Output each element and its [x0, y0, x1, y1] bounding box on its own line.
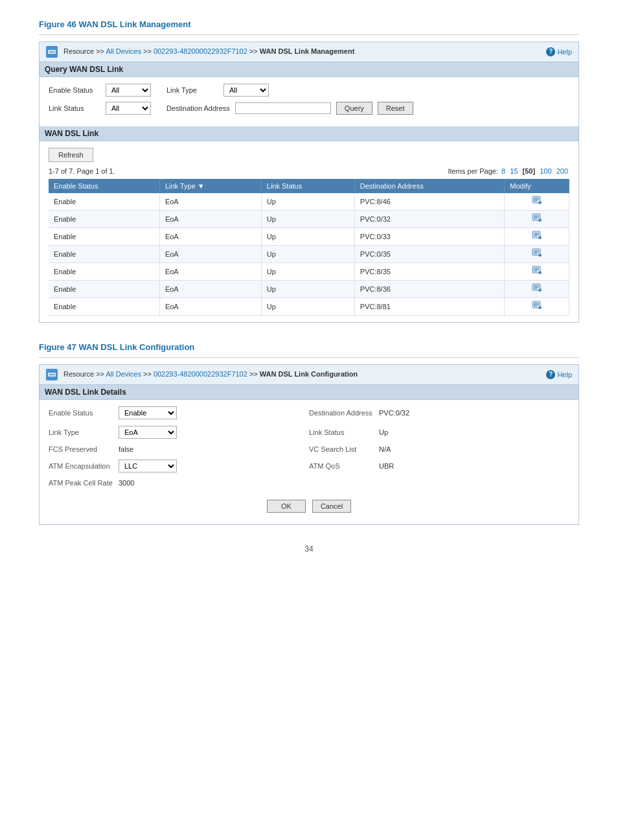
help-link-46[interactable]: ? Help — [546, 47, 572, 56]
figure-47-panel: Resource >> All Devices >> 002293-482000… — [39, 364, 579, 525]
items-per-page: Items per Page: 8 15 [50] 100 200 — [448, 167, 569, 175]
help-link-47[interactable]: ? Help — [546, 370, 572, 379]
enable-status-detail-select[interactable]: Enable — [119, 406, 177, 419]
edit-icon[interactable] — [532, 266, 542, 276]
cell-enable-status: Enable — [49, 246, 159, 263]
items-15[interactable]: 15 — [510, 167, 518, 175]
figure-47-title: Figure 47 WAN DSL Link Configuration — [39, 342, 579, 352]
cell-link-type: EoA — [159, 246, 261, 263]
cell-destination-address: PVC:8/36 — [354, 281, 505, 298]
fcs-label: FCS Preserved — [49, 445, 113, 453]
query-button[interactable]: Query — [336, 102, 372, 115]
vc-search-label: VC Search List — [309, 445, 374, 453]
detail-row-atm-peak: ATM Peak Cell Rate 3000 — [49, 479, 569, 487]
col-enable-status: Enable Status — [49, 179, 159, 193]
enable-status-select[interactable]: All — [106, 84, 151, 97]
atm-encap-select[interactable]: LLC — [119, 460, 177, 472]
cell-link-status: Up — [261, 298, 354, 316]
link-type-sort[interactable]: Link Type ▼ — [165, 182, 205, 190]
cell-enable-status: Enable — [49, 211, 159, 228]
atm-qos-label: ATM QoS — [309, 462, 374, 470]
refresh-button[interactable]: Refresh — [49, 148, 93, 162]
all-devices-link-47[interactable]: All Devices — [106, 370, 141, 378]
figure-46-panel: Resource >> All Devices >> 002293-482000… — [39, 41, 579, 323]
form-row-1: Enable Status All Link Type All — [49, 84, 569, 97]
cell-link-type: EoA — [159, 298, 261, 316]
items-200[interactable]: 200 — [556, 167, 568, 175]
table-row: EnableEoAUpPVC:8/81 — [49, 298, 569, 316]
wan-dsl-table: Enable Status Link Type ▼ Link Status De… — [49, 179, 569, 316]
edit-icon[interactable] — [532, 213, 542, 224]
table-row: EnableEoAUpPVC:8/46 — [49, 193, 569, 211]
breadcrumb-bar-47: Resource >> All Devices >> 002293-482000… — [40, 365, 578, 385]
cell-link-type: EoA — [159, 281, 261, 298]
cell-modify[interactable] — [505, 298, 569, 316]
items-100[interactable]: 100 — [540, 167, 551, 175]
cell-destination-address: PVC:0/33 — [354, 228, 505, 246]
svg-point-43 — [51, 374, 52, 375]
cell-modify[interactable] — [505, 263, 569, 281]
cancel-button[interactable]: Cancel — [312, 500, 351, 513]
cell-modify[interactable] — [505, 193, 569, 211]
breadcrumb-text-47: Resource >> All Devices >> 002293-482000… — [63, 370, 358, 378]
cell-link-status: Up — [261, 211, 354, 228]
edit-icon[interactable] — [532, 283, 542, 294]
router-icon-47 — [46, 369, 58, 380]
breadcrumb-text-46: Resource >> All Devices >> 002293-482000… — [63, 47, 354, 55]
detail-row-link-type: Link Type EoA Link Status Up — [49, 426, 569, 439]
device-id-link-47[interactable]: 002293-482000022932F7102 — [154, 370, 247, 378]
svg-point-4 — [53, 51, 54, 52]
ok-button[interactable]: OK — [267, 500, 306, 513]
detail-row-atm-encap: ATM Encapsulation LLC ATM QoS UBR — [49, 460, 569, 472]
cell-modify[interactable] — [505, 281, 569, 298]
device-id-link-46[interactable]: 002293-482000022932F7102 — [154, 47, 247, 55]
atm-peak-value: 3000 — [119, 479, 134, 487]
query-section-header: Query WAN DSL Link — [40, 62, 578, 77]
link-type-select[interactable]: All — [223, 84, 269, 97]
figure-47-section: Figure 47 WAN DSL Link Configuration Res… — [39, 342, 579, 525]
fcs-value: false — [119, 445, 133, 453]
breadcrumb-46: Resource >> All Devices >> 002293-482000… — [46, 46, 354, 58]
cell-destination-address: PVC:0/35 — [354, 246, 505, 263]
table-row: EnableEoAUpPVC:8/36 — [49, 281, 569, 298]
cell-enable-status: Enable — [49, 193, 159, 211]
link-status-select[interactable]: All — [106, 102, 151, 115]
cell-link-status: Up — [261, 193, 354, 211]
items-50-selected: [50] — [523, 167, 536, 175]
items-8[interactable]: 8 — [501, 167, 505, 175]
cell-modify[interactable] — [505, 211, 569, 228]
cell-destination-address: PVC:8/81 — [354, 298, 505, 316]
pagination-bar: 1-7 of 7. Page 1 of 1. Items per Page: 8… — [49, 167, 569, 175]
all-devices-link-46[interactable]: All Devices — [106, 47, 141, 55]
breadcrumb-47: Resource >> All Devices >> 002293-482000… — [46, 369, 358, 380]
cell-destination-address: PVC:8/35 — [354, 263, 505, 281]
cell-modify[interactable] — [505, 228, 569, 246]
edit-icon[interactable] — [532, 248, 542, 259]
col-link-type[interactable]: Link Type ▼ — [159, 179, 261, 193]
svg-point-2 — [49, 51, 51, 52]
destination-address-input[interactable] — [235, 102, 331, 114]
cell-link-type: EoA — [159, 211, 261, 228]
help-icon-47: ? — [546, 370, 555, 379]
atm-peak-label: ATM Peak Cell Rate — [49, 479, 113, 487]
col-link-status: Link Status — [261, 179, 354, 193]
dest-addr-detail-label: Destination Address — [309, 409, 374, 417]
atm-encap-label: ATM Encapsulation — [49, 462, 113, 470]
edit-icon[interactable] — [532, 196, 542, 206]
col-destination-address: Destination Address — [354, 179, 505, 193]
link-status-detail-label: Link Status — [309, 428, 374, 436]
router-icon — [46, 46, 58, 58]
col-modify: Modify — [505, 179, 569, 193]
edit-icon[interactable] — [532, 231, 542, 241]
cell-link-type: EoA — [159, 263, 261, 281]
cell-enable-status: Enable — [49, 228, 159, 246]
edit-icon[interactable] — [532, 301, 542, 311]
figure-46-title: Figure 46 WAN DSL Link Management — [39, 19, 579, 29]
reset-button[interactable]: Reset — [378, 102, 413, 115]
cell-modify[interactable] — [505, 246, 569, 263]
svg-point-3 — [51, 51, 52, 52]
link-type-detail-select[interactable]: EoA — [119, 426, 177, 439]
link-type-detail-label: Link Type — [49, 428, 113, 436]
enable-status-detail-label: Enable Status — [49, 409, 113, 417]
cell-destination-address: PVC:8/46 — [354, 193, 505, 211]
